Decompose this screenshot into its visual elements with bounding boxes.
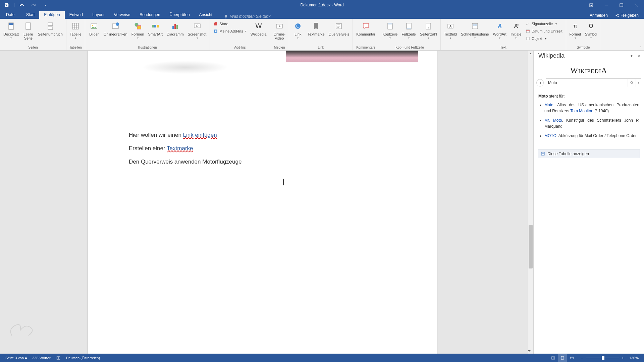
diagramm-button[interactable]: Diagramm: [165, 19, 186, 36]
ribbon-display-options[interactable]: [584, 0, 599, 10]
page[interactable]: Hier wollen wir einen Link einfügen Erst…: [88, 51, 437, 354]
wordart-button[interactable]: AWordArt▾: [491, 19, 508, 40]
zoom-level[interactable]: 130%: [627, 356, 641, 360]
page-number-icon: #: [424, 22, 432, 30]
undo-button[interactable]: [17, 1, 27, 9]
document-image-1[interactable]: [135, 51, 235, 61]
formen-button[interactable]: Formen▾: [129, 19, 146, 40]
wikipedia-pane: Wikipedia ▼ ✕ WikipediA ▾ Moto steht für…: [533, 51, 644, 354]
scrollbar-thumb[interactable]: [529, 225, 533, 268]
tab-entwurf[interactable]: Entwurf: [65, 11, 88, 19]
footer-icon: [405, 22, 413, 30]
document-scroll[interactable]: Hier wollen wir einen Link einfügen Erst…: [0, 51, 533, 354]
onlinegrafiken-button[interactable]: Onlinegrafiken: [102, 19, 129, 36]
save-button[interactable]: [2, 1, 12, 9]
fusszeile-button[interactable]: Fußzeile▾: [399, 19, 418, 40]
spellcheck-button[interactable]: [53, 354, 63, 362]
page-break-icon: [46, 22, 54, 30]
share-button[interactable]: Freigeben: [612, 12, 642, 19]
textmarke-link[interactable]: Textmarke: [167, 145, 193, 152]
svg-rect-22: [154, 25, 156, 27]
leere-seite-button[interactable]: Leere Seite: [21, 19, 36, 40]
zoom-in-button[interactable]: +: [621, 355, 625, 361]
smartart-button[interactable]: SmartArt: [146, 19, 165, 36]
signin-button[interactable]: Anmelden: [586, 12, 611, 19]
zoom-out-button[interactable]: −: [580, 355, 584, 361]
close-button[interactable]: [629, 0, 644, 10]
wiki-search-dropdown[interactable]: ▾: [636, 79, 641, 87]
redo-button[interactable]: [29, 1, 39, 9]
vertical-scrollbar[interactable]: [528, 51, 533, 354]
initiale-button[interactable]: AInitiale▾: [508, 19, 524, 40]
meine-addins-button[interactable]: Meine Add-Ins▾: [211, 27, 248, 35]
link-word-2[interactable]: einfügen: [195, 132, 217, 138]
store-button[interactable]: Store: [211, 20, 248, 27]
wiki-list-item: Mr. Moto, Kunstfigur des Schriftstellers…: [544, 117, 639, 129]
svg-point-16: [92, 25, 93, 26]
qat-customize[interactable]: ▾: [40, 1, 50, 9]
kommentar-button[interactable]: Kommentar: [354, 19, 377, 36]
wikipedia-button[interactable]: WWikipedia: [249, 19, 269, 36]
word-count[interactable]: 338 Wörter: [30, 354, 53, 362]
formel-button[interactable]: πFormel▾: [568, 19, 583, 40]
document-text[interactable]: Hier wollen wir einen Link einfügen Erst…: [129, 131, 241, 171]
datum-uhrzeit-button[interactable]: Datum und Uhrzeit: [524, 27, 565, 35]
collapse-ribbon-button[interactable]: ⌃: [639, 46, 642, 50]
symbol-button[interactable]: ΩSymbol▾: [583, 19, 599, 40]
wiki-show-table-button[interactable]: Diese Tabelle anzeigen: [538, 149, 640, 158]
tab-ansicht[interactable]: Ansicht: [195, 11, 217, 19]
tab-file[interactable]: Datei: [1, 11, 20, 19]
svg-point-18: [116, 22, 119, 26]
signaturzeile-button[interactable]: Signaturzeile▾: [524, 20, 565, 27]
web-layout-button[interactable]: [568, 354, 576, 362]
object-icon: [526, 36, 530, 41]
seitenzahl-button[interactable]: #Seitenzahl▾: [418, 19, 439, 40]
schnellbausteine-button[interactable]: Schnellbausteine▾: [459, 19, 491, 40]
querverweis-button[interactable]: Querverweis: [327, 19, 352, 36]
tab-ueberpruefen[interactable]: Überprüfen: [165, 11, 195, 19]
language-indicator[interactable]: Deutsch (Österreich): [63, 354, 103, 362]
minimize-button[interactable]: [599, 0, 614, 10]
svg-text:Ω: Ω: [589, 23, 593, 29]
tab-sendungen[interactable]: Sendungen: [135, 11, 165, 19]
group-label-illustrationen: Illustrationen: [138, 46, 157, 50]
addins-icon: [213, 29, 218, 34]
wiki-back-button[interactable]: [536, 79, 544, 86]
textmarke-button[interactable]: Textmarke: [306, 19, 327, 36]
group-label-tabellen: Tabellen: [69, 46, 82, 50]
svg-rect-24: [172, 26, 174, 29]
tabelle-button[interactable]: Tabelle▾: [68, 19, 84, 40]
link-button[interactable]: Link▾: [290, 19, 306, 40]
tab-start[interactable]: Start: [21, 11, 39, 19]
link-word-1[interactable]: Link: [183, 132, 194, 138]
document-image-2[interactable]: [286, 51, 418, 62]
crossref-icon: [335, 22, 343, 30]
svg-rect-8: [48, 23, 53, 25]
read-mode-button[interactable]: [549, 354, 557, 362]
tab-einfuegen[interactable]: Einfügen: [39, 11, 64, 19]
textfeld-button[interactable]: ATextfeld▾: [442, 19, 459, 40]
scroll-down-button[interactable]: [528, 348, 531, 354]
wiki-search-input[interactable]: [546, 80, 628, 85]
tellme-search[interactable]: Was möchten Sie tun?: [224, 14, 271, 19]
print-layout-button[interactable]: [558, 354, 567, 362]
wiki-search-button[interactable]: [628, 79, 636, 87]
expand-icon: [541, 152, 545, 156]
ribbon-tabs: Datei Start Einfügen Entwurf Layout Verw…: [0, 10, 644, 19]
pane-options-button[interactable]: ▼: [629, 54, 635, 58]
objekt-button[interactable]: Objekt▾: [524, 35, 565, 42]
kopfzeile-button[interactable]: Kopfzeile▾: [380, 19, 399, 40]
scroll-up-button[interactable]: [528, 51, 533, 56]
maximize-button[interactable]: [614, 0, 629, 10]
statusbar: Seite 3 von 4 338 Wörter Deutsch (Österr…: [0, 354, 644, 362]
tab-layout[interactable]: Layout: [88, 11, 109, 19]
seitenumbruch-button[interactable]: Seitenumbruch: [36, 19, 65, 36]
screenshot-button[interactable]: Screenshot▾: [186, 19, 209, 40]
tab-verweise[interactable]: Verweise: [109, 11, 135, 19]
bilder-button[interactable]: Bilder: [87, 19, 102, 36]
deckblatt-button[interactable]: Deckblatt▾: [1, 19, 21, 40]
zoom-slider[interactable]: [586, 358, 619, 358]
online-video-button[interactable]: Online- video: [271, 19, 287, 40]
pane-close-button[interactable]: ✕: [636, 54, 642, 58]
page-indicator[interactable]: Seite 3 von 4: [3, 354, 30, 362]
